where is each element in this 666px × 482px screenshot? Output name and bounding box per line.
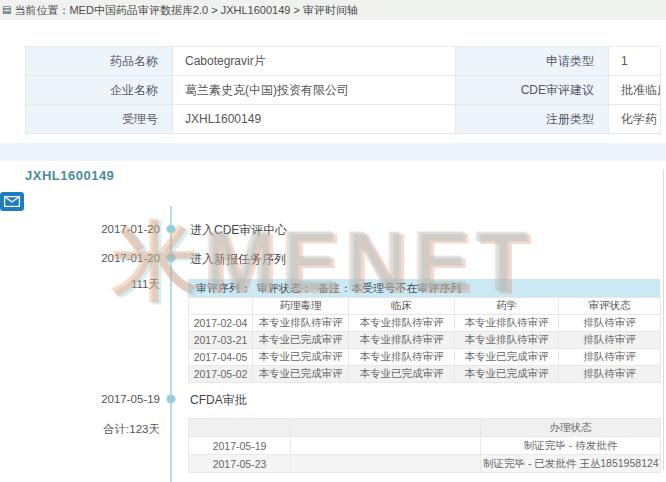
cell-empty	[291, 437, 481, 455]
cell-clinical: 本专业排队待审评	[349, 332, 455, 349]
event-label: 进入新报任务序列	[190, 251, 286, 268]
cell-pharmtox: 本专业已完成审评	[253, 366, 349, 383]
cell-empty	[291, 455, 481, 473]
cell-date: 2017-03-21	[189, 332, 253, 349]
table-row: 2017-02-04 本专业排队待审评 本专业排队待审评 本专业排队待审评 排队…	[189, 315, 661, 332]
section-band	[0, 143, 666, 161]
info-label-application-type: 申请类型	[456, 47, 609, 76]
review-status-table: 药理毒理 临床 药学 审评状态 2017-02-04 本专业排队待审评 本专业排…	[188, 297, 661, 383]
event-date: 2017-05-19	[40, 393, 160, 405]
event-date: 2017-01-20	[40, 252, 160, 264]
table-header-row: 药理毒理 临床 药学 审评状态	[189, 298, 661, 315]
review-timeline-page: ▤ 当前位置：MED中国药品审评数据库2.0 > JXHL1600149 > 审…	[0, 0, 666, 482]
cell-pharmacy: 本专业排队待审评	[455, 315, 559, 332]
header-cell-empty	[189, 298, 253, 315]
cell-status: 排队待审评	[559, 349, 661, 366]
envelope-icon[interactable]	[0, 192, 24, 211]
header-cell-handling-status: 办理状态	[481, 419, 661, 437]
page-edge-divider	[663, 170, 664, 470]
cell-status: 排队待审评	[559, 366, 661, 383]
timeline-dot	[166, 394, 176, 404]
list-icon: ▤	[2, 5, 11, 15]
info-label-drug-name: 药品名称	[26, 47, 173, 76]
cell-clinical: 本专业已完成审评	[349, 366, 455, 383]
header-cell-empty	[291, 419, 481, 437]
timeline-line	[170, 206, 172, 482]
cell-status: 制证完毕 - 已发批件 王丛18519581247	[481, 455, 661, 473]
cell-date: 2017-02-04	[189, 315, 253, 332]
cell-clinical: 本专业排队待审评	[349, 349, 455, 366]
table-row: 2017-03-21 本专业已完成审评 本专业排队待审评 本专业排队待审评 排队…	[189, 332, 661, 349]
info-value-application-type: 1	[609, 47, 661, 76]
event-label: CFDA审批	[190, 392, 247, 409]
info-value-drug-name: Cabotegravir片	[173, 47, 456, 76]
cell-pharmacy: 本专业排队待审评	[455, 332, 559, 349]
cell-status: 排队待审评	[559, 332, 661, 349]
page-title: JXHL1600149	[25, 168, 114, 183]
duration-label: 111天	[40, 277, 160, 292]
header-cell-empty	[189, 419, 291, 437]
table-row: 2017-05-19 制证完毕 - 待发批件	[189, 437, 661, 455]
event-label: 进入CDE审评中心	[190, 222, 287, 239]
cell-pharmtox: 本专业已完成审评	[253, 332, 349, 349]
header-cell-pharmacy: 药学	[455, 298, 559, 315]
info-value-registration-type: 化学药	[609, 105, 661, 134]
cell-pharmacy: 本专业已完成审评	[455, 366, 559, 383]
info-value-cde-advice: 批准临床	[609, 76, 661, 105]
cell-date: 2017-05-19	[189, 437, 291, 455]
cell-date: 2017-05-23	[189, 455, 291, 473]
header-cell-review-status: 审评状态	[559, 298, 661, 315]
event-date: 2017-01-20	[40, 223, 160, 235]
cell-status: 排队待审评	[559, 315, 661, 332]
header-cell-pharmtox: 药理毒理	[253, 298, 349, 315]
cell-pharmacy: 本专业已完成审评	[455, 349, 559, 366]
table-header-row: 办理状态	[189, 419, 661, 437]
table-row: 2017-04-05 本专业已完成审评 本专业排队待审评 本专业已完成审评 排队…	[189, 349, 661, 366]
info-value-acceptance-no: JXHL1600149	[173, 105, 456, 134]
cell-clinical: 本专业排队待审评	[349, 315, 455, 332]
info-label-company: 企业名称	[26, 76, 173, 105]
breadcrumb: ▤ 当前位置：MED中国药品审评数据库2.0 > JXHL1600149 > 审…	[0, 0, 666, 20]
info-value-company: 葛兰素史克(中国)投资有限公司	[173, 76, 456, 105]
review-sequence-header: 审评序列： 审评状态： 备注：本受理号不在审评序列	[188, 279, 660, 297]
table-row: 2017-05-23 制证完毕 - 已发批件 王丛18519581247	[189, 455, 661, 473]
cell-pharmtox: 本专业已完成审评	[253, 349, 349, 366]
cell-date: 2017-04-05	[189, 349, 253, 366]
handling-status-table: 办理状态 2017-05-19 制证完毕 - 待发批件 2017-05-23 制…	[188, 418, 661, 473]
timeline-dot	[166, 253, 176, 263]
info-label-cde-advice: CDE审评建议	[456, 76, 609, 105]
header-cell-clinical: 临床	[349, 298, 455, 315]
drug-info-table: 药品名称 Cabotegravir片 申请类型 1 企业名称 葛兰素史克(中国)…	[25, 46, 660, 134]
total-days-label: 合计:123天	[40, 422, 160, 437]
info-label-registration-type: 注册类型	[456, 105, 609, 134]
info-label-acceptance-no: 受理号	[26, 105, 173, 134]
cell-pharmtox: 本专业排队待审评	[253, 315, 349, 332]
cell-status: 制证完毕 - 待发批件	[481, 437, 661, 455]
cell-date: 2017-05-02	[189, 366, 253, 383]
timeline-dot	[166, 224, 176, 234]
breadcrumb-text[interactable]: 当前位置：MED中国药品审评数据库2.0 > JXHL1600149 > 审评时…	[14, 3, 358, 18]
table-row: 2017-05-02 本专业已完成审评 本专业已完成审评 本专业已完成审评 排队…	[189, 366, 661, 383]
